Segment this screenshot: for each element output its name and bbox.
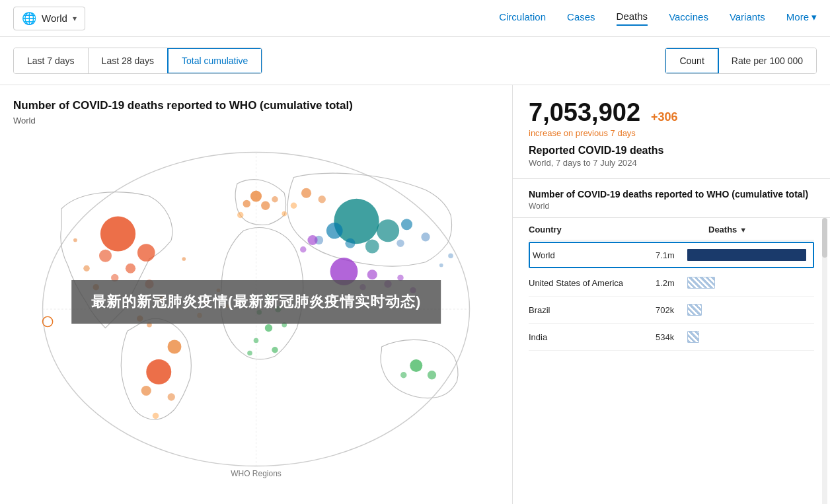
svg-point-14 — [141, 386, 151, 396]
svg-point-23 — [301, 188, 311, 198]
filter-bar: Last 7 days Last 28 days Total cumulativ… — [0, 37, 830, 85]
nav-more[interactable]: More ▾ — [786, 11, 817, 26]
svg-point-12 — [146, 359, 171, 384]
svg-point-22 — [282, 211, 287, 217]
svg-point-61 — [448, 254, 453, 259]
svg-point-29 — [365, 240, 379, 254]
nav-cases[interactable]: Cases — [567, 11, 595, 25]
nav-deaths[interactable]: Deaths — [617, 11, 648, 26]
svg-point-30 — [401, 219, 412, 230]
svg-point-44 — [265, 324, 272, 332]
sort-icon[interactable]: ▼ — [739, 226, 747, 234]
row-country-name: United States of America — [529, 278, 656, 288]
chevron-down-icon: ▾ — [73, 14, 77, 23]
big-death-count: 7,053,902 — [529, 98, 640, 126]
count-filter-group: Count Rate per 100 000 — [665, 48, 817, 74]
svg-point-25 — [291, 203, 297, 209]
scrollbar-track[interactable] — [822, 218, 827, 504]
svg-point-4 — [137, 244, 155, 262]
row-deaths-value: 7.1m — [656, 250, 687, 260]
row-bar — [687, 331, 699, 343]
main-content: Number of COVID-19 deaths reported to WH… — [0, 85, 830, 504]
map-subtitle: World — [13, 116, 499, 126]
right-panel: 7,053,902 +306 increase on previous 7 da… — [513, 85, 830, 504]
svg-point-60 — [439, 264, 443, 268]
stat-label: Reported COVID-19 deaths — [529, 145, 814, 157]
svg-point-18 — [261, 201, 270, 210]
svg-point-32 — [421, 233, 430, 241]
row-deaths-value: 702k — [656, 305, 687, 315]
svg-point-3 — [100, 216, 135, 251]
svg-point-17 — [250, 191, 262, 202]
stats-section: 7,053,902 +306 increase on previous 7 da… — [513, 85, 830, 179]
svg-point-20 — [272, 196, 278, 203]
map-title: Number of COVID-19 deaths reported to WH… — [13, 98, 499, 113]
world-label: World — [42, 13, 67, 24]
svg-point-28 — [326, 223, 343, 239]
stat-sublabel: World, 7 days to 7 July 2024 — [529, 158, 814, 168]
svg-point-6 — [126, 264, 135, 273]
row-bar-container — [687, 303, 814, 316]
svg-point-13 — [168, 340, 182, 354]
scrollbar-thumb[interactable] — [822, 218, 827, 258]
svg-point-36 — [367, 270, 377, 279]
svg-point-52 — [307, 235, 317, 245]
table-row[interactable]: Brazil 702k — [529, 297, 814, 324]
nav-vaccines[interactable]: Vaccines — [669, 11, 708, 25]
btn-rate[interactable]: Rate per 100 000 — [718, 48, 816, 73]
btn-last28days[interactable]: Last 28 days — [89, 48, 168, 73]
map-area: 最新的新冠肺炎疫情(最新新冠肺炎疫情实时动态) WHO Regions — [13, 133, 499, 485]
row-deaths-value: 1.2m — [656, 278, 687, 288]
increase-label: increase on previous 7 days — [529, 128, 814, 138]
row-bar — [687, 249, 806, 261]
svg-point-5 — [99, 250, 112, 262]
left-panel: Number of COVID-19 deaths reported to WH… — [0, 85, 513, 504]
svg-point-47 — [272, 347, 278, 353]
btn-count[interactable]: Count — [665, 48, 718, 74]
svg-point-53 — [300, 246, 307, 253]
svg-point-31 — [345, 238, 355, 248]
svg-point-34 — [396, 240, 404, 247]
col-header-country: Country — [529, 225, 708, 234]
btn-total-cumulative[interactable]: Total cumulative — [167, 48, 262, 74]
increase-badge: +306 — [651, 110, 678, 124]
svg-point-21 — [237, 212, 244, 219]
svg-point-27 — [377, 219, 399, 242]
table-row[interactable]: World 7.1m — [529, 242, 814, 268]
row-country-name: Brazil — [529, 305, 656, 315]
header-left: 🌐 World ▾ — [13, 7, 85, 30]
table-row[interactable]: United States of America 1.2m — [529, 270, 814, 297]
svg-point-49 — [410, 359, 422, 372]
main-header: 🌐 World ▾ Circulation Cases Deaths Vacci… — [0, 0, 830, 37]
row-country-name: India — [529, 332, 656, 342]
col-header-deaths: Deaths ▼ — [708, 225, 814, 234]
svg-point-59 — [182, 257, 186, 261]
row-bar — [687, 304, 702, 316]
svg-point-26 — [334, 199, 379, 244]
time-filter-group: Last 7 days Last 28 days Total cumulativ… — [13, 48, 262, 74]
overlay-banner: 最新的新冠肺炎疫情(最新新冠肺炎疫情实时动态) — [71, 280, 441, 324]
svg-point-50 — [428, 371, 436, 379]
country-table: Country Deaths ▼ World 7.1m United State… — [513, 218, 830, 504]
world-selector[interactable]: 🌐 World ▾ — [13, 7, 85, 30]
svg-point-15 — [168, 393, 175, 400]
btn-last7days[interactable]: Last 7 days — [14, 48, 89, 73]
row-deaths-value: 534k — [656, 332, 687, 342]
svg-point-58 — [73, 238, 77, 242]
nav-circulation[interactable]: Circulation — [499, 11, 546, 25]
row-country-name: World — [533, 250, 656, 260]
row-bar — [687, 277, 715, 289]
globe-icon: 🌐 — [22, 11, 36, 26]
table-row[interactable]: India 534k — [529, 324, 814, 351]
row-bar-container — [687, 276, 814, 289]
chart-ref-title: Number of COVID-19 deaths reported to WH… — [529, 188, 814, 200]
svg-point-51 — [400, 372, 407, 378]
row-bar-container — [687, 248, 810, 262]
svg-point-64 — [43, 316, 53, 326]
chevron-down-icon: ▾ — [811, 11, 817, 23]
map-footer: WHO Regions — [231, 469, 282, 478]
svg-point-48 — [247, 351, 252, 356]
row-bar-container — [687, 330, 814, 343]
svg-point-11 — [83, 266, 90, 272]
nav-variants[interactable]: Variants — [730, 11, 765, 25]
